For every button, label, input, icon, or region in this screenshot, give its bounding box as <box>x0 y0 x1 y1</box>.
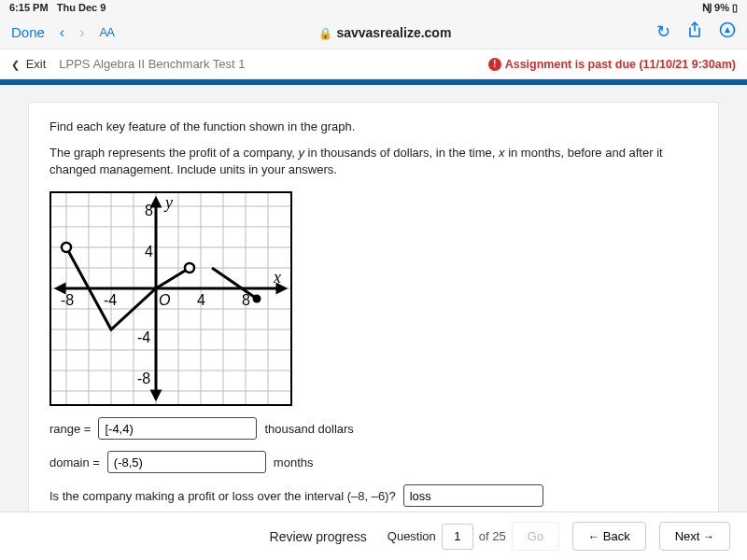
footer-bar: Review progress Question of 25 Go ← Back… <box>0 511 747 560</box>
status-date: Thu Dec 9 <box>57 2 106 13</box>
svg-text:4: 4 <box>145 244 153 259</box>
domain-unit: months <box>274 455 314 469</box>
range-row: range = thousand dollars <box>49 417 698 440</box>
compass-icon[interactable] <box>719 21 736 43</box>
reload-icon[interactable]: ↻ <box>656 21 670 43</box>
app-header: ❮ Exit LPPS Algebra II Benchmark Test 1 … <box>0 49 747 79</box>
lock-icon: 🔒 <box>318 27 332 40</box>
interval-question: Is the company making a profit or loss o… <box>49 489 396 503</box>
svg-text:8: 8 <box>145 203 153 218</box>
exit-button[interactable]: ❮ Exit <box>11 57 46 71</box>
prompt-line-1: Find each key feature of the function sh… <box>49 119 698 133</box>
prompt-line-2: The graph represents the profit of a com… <box>49 145 698 178</box>
text-size-button[interactable]: AA <box>100 25 114 39</box>
share-icon[interactable] <box>687 21 702 43</box>
svg-marker-24 <box>57 285 64 292</box>
arrow-right-icon: → <box>703 530 714 543</box>
address-bar[interactable]: 🔒 savvasrealize.com <box>129 25 641 40</box>
domain-row: domain = months <box>49 451 698 473</box>
device-status-bar: 6:15 PM Thu Dec 9 Ǌ 9% ▯ <box>0 0 747 16</box>
battery-pct: 9% <box>714 2 729 13</box>
range-input[interactable] <box>98 417 257 440</box>
test-title: LPPS Algebra II Benchmark Test 1 <box>59 57 245 71</box>
svg-text:-8: -8 <box>137 371 150 386</box>
chevron-left-icon: ❮ <box>11 59 20 70</box>
go-button[interactable]: Go <box>512 522 559 551</box>
y-axis-label: y <box>163 193 173 212</box>
svg-marker-25 <box>152 199 160 206</box>
page-body: Find each key feature of the function sh… <box>0 85 747 560</box>
svg-text:-4: -4 <box>104 292 117 308</box>
next-button[interactable]: Next → <box>659 522 730 551</box>
question-card: Find each key feature of the function sh… <box>28 102 719 536</box>
domain-label: domain = <box>49 455 100 469</box>
forward-icon: › <box>79 24 84 41</box>
back-icon[interactable]: ‹ <box>60 24 64 41</box>
url-text: savvasrealize.com <box>336 25 451 40</box>
svg-text:4: 4 <box>197 292 205 308</box>
range-label: range = <box>49 422 91 436</box>
past-due-banner: ! Assignment is past due (11/10/21 9:30a… <box>488 58 736 71</box>
interval-input[interactable] <box>403 484 543 507</box>
question-nav-group: Question of 25 Go <box>388 522 559 551</box>
svg-point-37 <box>185 263 194 273</box>
x-axis-label: x <box>273 268 281 287</box>
svg-text:-8: -8 <box>61 292 74 308</box>
done-button[interactable]: Done <box>11 24 45 40</box>
status-time: 6:15 PM <box>9 2 49 13</box>
wifi-icon: Ǌ <box>702 2 712 13</box>
svg-text:O: O <box>159 292 170 308</box>
range-unit: thousand dollars <box>264 422 353 436</box>
question-number-input[interactable] <box>442 524 473 550</box>
svg-marker-26 <box>152 391 160 399</box>
question-total: of 25 <box>479 529 506 543</box>
svg-point-38 <box>253 295 261 303</box>
svg-text:-4: -4 <box>137 329 150 345</box>
domain-input[interactable] <box>107 451 266 473</box>
review-progress-button[interactable]: Review progress <box>270 529 367 544</box>
interval-row: Is the company making a profit or loss o… <box>49 484 698 507</box>
svg-point-36 <box>62 243 71 252</box>
function-graph: y x 8 4 -4 -8 -8 -4 O 4 8 <box>49 191 292 406</box>
question-label: Question <box>388 529 436 543</box>
warning-icon: ! <box>488 58 501 71</box>
battery-icon: ▯ <box>732 2 738 13</box>
arrow-left-icon: ← <box>588 530 599 543</box>
browser-toolbar: Done ‹ › AA 🔒 savvasrealize.com ↻ <box>0 16 747 49</box>
back-button[interactable]: ← Back <box>572 522 646 551</box>
